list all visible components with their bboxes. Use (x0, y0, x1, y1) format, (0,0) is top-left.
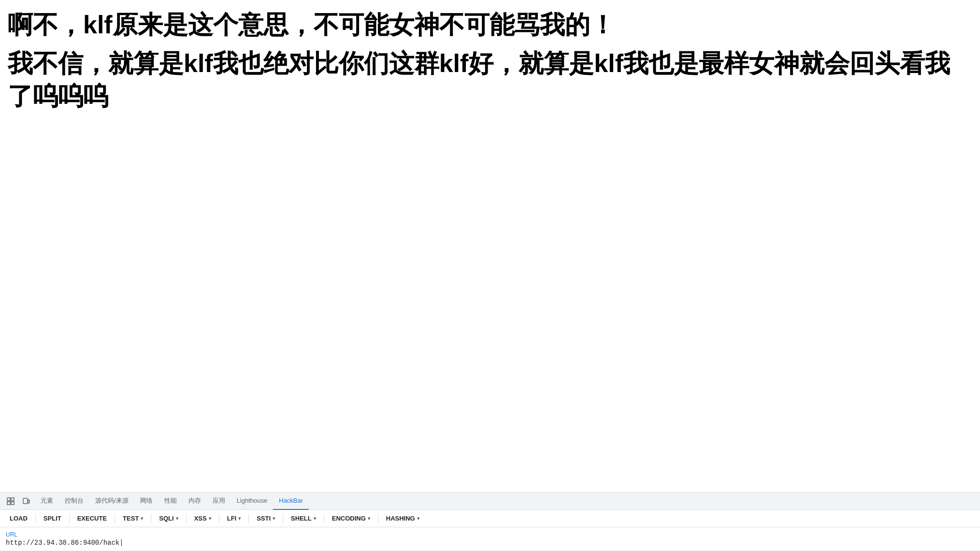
content-line-1: 啊不，klf原来是这个意思，不可能女神不可能骂我的！ (8, 10, 972, 40)
split-button[interactable]: SPLIT (38, 513, 67, 524)
test-button[interactable]: TEST ▾ (117, 513, 149, 524)
lfi-button[interactable]: LFI ▾ (221, 513, 247, 524)
svg-rect-0 (7, 498, 10, 501)
url-value[interactable]: http://23.94.38.86:9400/hack (6, 539, 974, 547)
separator-4 (151, 514, 151, 523)
sqli-button[interactable]: SQLI ▾ (153, 513, 184, 524)
load-button[interactable]: LOAD (4, 513, 33, 524)
execute-button[interactable]: EXECUTE (72, 513, 113, 524)
tab-application[interactable]: 应用 (207, 493, 231, 510)
tab-elements[interactable]: 元素 (35, 493, 59, 510)
svg-rect-1 (11, 498, 14, 501)
hashing-button[interactable]: HASHING ▾ (380, 513, 425, 524)
lfi-arrow: ▾ (238, 516, 241, 521)
xss-button[interactable]: XSS ▾ (188, 513, 217, 524)
tab-console[interactable]: 控制台 (59, 493, 89, 510)
tab-hackbar[interactable]: HackBar (273, 493, 309, 510)
main-content: 啊不，klf原来是这个意思，不可能女神不可能骂我的！ 我不信，就算是klf我也绝… (0, 0, 980, 492)
svg-rect-2 (7, 502, 10, 505)
separator-9 (324, 514, 324, 523)
ssti-arrow: ▾ (273, 516, 275, 521)
devtools-panel: 元素 控制台 源代码/来源 网络 性能 内存 应用 Lighthouse Hac… (0, 492, 980, 551)
encoding-arrow: ▾ (368, 516, 370, 521)
separator-2 (69, 514, 70, 523)
test-arrow: ▾ (141, 516, 143, 521)
svg-rect-5 (28, 500, 29, 503)
ssti-button[interactable]: SSTI ▾ (251, 513, 281, 524)
separator-5 (186, 514, 187, 523)
tab-memory[interactable]: 内存 (183, 493, 207, 510)
hashing-arrow: ▾ (417, 516, 419, 521)
svg-rect-3 (11, 502, 14, 505)
tab-lighthouse[interactable]: Lighthouse (231, 493, 274, 510)
xss-arrow: ▾ (209, 516, 211, 521)
separator-10 (378, 514, 378, 523)
sqli-arrow: ▾ (176, 516, 178, 521)
toolbar-bar: LOAD SPLIT EXECUTE TEST ▾ SQLI ▾ XSS ▾ L… (0, 510, 980, 527)
url-label: URL (6, 531, 974, 538)
separator-6 (219, 514, 219, 523)
separator-1 (35, 514, 36, 523)
tab-sources[interactable]: 源代码/来源 (89, 493, 134, 510)
separator-8 (283, 514, 283, 523)
inspect-icon-btn[interactable] (4, 494, 17, 508)
device-toggle-btn[interactable] (19, 494, 33, 508)
shell-arrow: ▾ (314, 516, 316, 521)
tabs-bar: 元素 控制台 源代码/来源 网络 性能 内存 应用 Lighthouse Hac… (0, 493, 980, 510)
svg-rect-4 (23, 498, 28, 504)
tab-network[interactable]: 网络 (134, 493, 159, 510)
separator-7 (248, 514, 249, 523)
encoding-button[interactable]: ENCODING ▾ (326, 513, 376, 524)
content-line-2: 我不信，就算是klf我也绝对比你们这群klf好，就算是klf我也是最样女神就会回… (8, 47, 972, 113)
tab-performance[interactable]: 性能 (159, 493, 183, 510)
separator-3 (115, 514, 115, 523)
shell-button[interactable]: SHELL ▾ (285, 513, 322, 524)
url-section: URL http://23.94.38.86:9400/hack (0, 527, 980, 551)
